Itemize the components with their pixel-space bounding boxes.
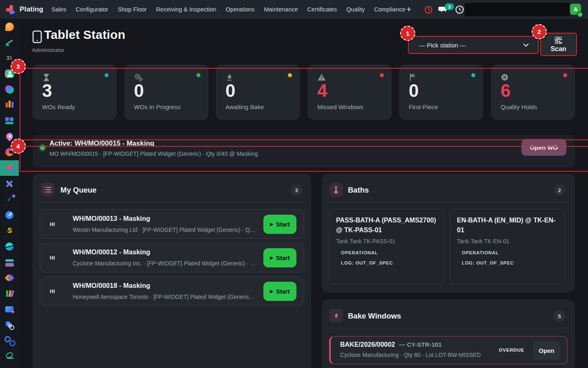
qr-code-icon	[555, 37, 562, 44]
status-dot	[196, 73, 200, 77]
bake-variant: — CY-STR-101	[399, 341, 441, 348]
queue-item-title: WH/MO/00012 - Masking	[73, 248, 150, 256]
nav-search-input[interactable]	[465, 3, 570, 16]
sidebar-app-manufacturing-icon[interactable]	[0, 270, 19, 285]
kpi-value: 0	[409, 81, 419, 101]
kpi-label: Awaiting Bake	[225, 103, 264, 110]
scan-button[interactable]: Scan	[540, 33, 577, 56]
start-button[interactable]: ▶Start	[263, 282, 296, 301]
messages-badge: 3	[445, 3, 454, 10]
divider	[39, 202, 305, 202]
activities-clock-icon[interactable]	[455, 0, 464, 19]
queue-item-wo-00012[interactable]: HI WH/MO/00012 - Masking Cyclone Manufac…	[40, 243, 304, 272]
active-status-dot	[38, 144, 47, 152]
bath-tank: Tank Tank TK-PASS-01	[336, 238, 437, 245]
chevron-down-icon	[523, 43, 529, 47]
kpi-label: Missed Windows	[317, 103, 363, 110]
bake-windows-panel: Bake Windows 5 BAKE/2026/00002— CY-STR-1…	[322, 300, 575, 368]
start-button[interactable]: ▶Start	[263, 248, 296, 267]
bake-panel-title: Bake Windows	[348, 312, 401, 321]
nav-item-sales[interactable]: Sales	[51, 6, 66, 13]
sidebar-app-analytics-icon[interactable]	[0, 97, 19, 113]
nav-item-configurator[interactable]: Configurator	[76, 6, 108, 13]
sidebar-app-maintenance-icon[interactable]	[0, 333, 19, 348]
baths-panel-title: Baths	[348, 186, 369, 195]
sidebar-app-sales-icon[interactable]: S	[0, 223, 19, 238]
queue-item-wo-00013[interactable]: HI WH/MO/00013 - Masking Westin Manufact…	[40, 209, 304, 239]
kpi-card-quality-holds: 6 Quality Holds	[491, 65, 575, 120]
active-wo-banner: Active: WH/MO/00015 - Masking MO WH/MO/0…	[33, 135, 575, 168]
play-icon: ▶	[270, 289, 273, 294]
sidebar-app-expenses-icon[interactable]	[0, 176, 19, 191]
sidebar-app-crm-icon[interactable]	[0, 82, 19, 97]
kpi-card-wos-ready: 3 WOs Ready	[33, 65, 116, 120]
status-dot	[563, 73, 567, 77]
station-picker-select[interactable]: — Pick station —	[408, 36, 539, 54]
open-bake-button[interactable]: Open	[533, 341, 560, 360]
status-dot	[288, 73, 292, 77]
overdue-badge: OVERDUE	[499, 348, 524, 352]
sidebar-app-presentation-icon[interactable]	[0, 301, 19, 317]
sidebar-app-quality-icon[interactable]	[0, 317, 19, 332]
sidebar-app-purchase-icon[interactable]	[0, 254, 19, 270]
warning-icon	[317, 73, 326, 81]
baths-count-badge: 2	[554, 184, 565, 196]
bake-row-overdue[interactable]: BAKE/2026/00002— CY-STR-101 Cyclone Manu…	[329, 336, 568, 364]
queue-item-title: WH/MO/00018 - Masking	[73, 282, 150, 289]
app-home[interactable]: Plating	[5, 4, 43, 15]
bath-log: LOG: OUT_OF_SPEC	[462, 260, 558, 265]
kpi-card-wos-in-progress: 0 WOs In Progress	[125, 65, 208, 120]
sidebar-app-more-icon[interactable]	[0, 364, 19, 368]
sidebar-app-knowledge-icon[interactable]	[0, 286, 19, 301]
priority-badge: HI	[50, 222, 55, 227]
bath-log: LOG: OUT_OF_SPEC	[341, 260, 437, 265]
add-menu-icon[interactable]: +	[406, 0, 411, 19]
sidebar-app-inventory-icon[interactable]	[0, 238, 19, 254]
sidebar-app-apps-icon[interactable]	[0, 113, 19, 128]
sidebar-app-discuss-icon[interactable]	[0, 19, 19, 34]
kpi-card-first-piece: 0 First-Piece	[399, 65, 483, 120]
kpi-label: First-Piece	[409, 103, 438, 110]
divider	[328, 328, 568, 328]
annotation-marker-1: 1	[400, 26, 415, 41]
priority-badge: HI	[50, 289, 55, 294]
sidebar-app-sign-icon[interactable]	[0, 348, 19, 364]
start-button[interactable]: ▶Start	[263, 215, 296, 234]
queue-item-subtitle: Honeywell Aerospace Toronto · [FP-WIDGET…	[73, 294, 255, 300]
bath-status: OPERATIONAL	[341, 250, 437, 255]
top-navbar: Plating Sales Configurator Shop Floor Re…	[0, 0, 588, 19]
nav-item-compliance[interactable]: Compliance	[374, 6, 405, 13]
station-picker-value: — Pick station —	[419, 42, 466, 49]
nav-item-maintenance[interactable]: Maintenance	[264, 6, 298, 13]
open-wo-button[interactable]: Open WO	[521, 139, 566, 156]
status-dot	[380, 73, 384, 77]
tablet-station-screen: Plating Sales Configurator Shop Floor Re…	[0, 0, 588, 368]
bath-title: PASS-BATH-A (PASS_AMS2700) @ TK-PASS-01	[336, 215, 437, 235]
bake-subtitle: Cyclone Manufacturing · Qty 80 · Lot LOT…	[340, 352, 481, 358]
sidebar-app-timesheets-icon[interactable]	[0, 207, 19, 223]
bath-title: EN-BATH-A (EN_MID) @ TK-EN-01	[457, 215, 558, 235]
sidebar-app-plating-icon[interactable]	[0, 160, 19, 176]
queue-count-badge: 3	[291, 184, 302, 196]
my-queue-panel: My Queue 3 HI WH/MO/00013 - Masking West…	[33, 174, 311, 368]
sidebar-app-todo-icon[interactable]	[0, 34, 19, 50]
nav-item-operations[interactable]: Operations	[226, 6, 255, 13]
nav-menu: Sales Configurator Shop Floor Receiving …	[51, 6, 405, 13]
bath-tank: Tank Tank TK-EN-01	[457, 238, 558, 245]
kpi-value: 4	[317, 81, 327, 101]
queue-item-subtitle: Cyclone Manufacturing Inc. · [FP-WIDGET]…	[73, 260, 256, 267]
sidebar-app-project-icon[interactable]: ✓	[0, 191, 19, 207]
bath-card-pass-bath-a[interactable]: PASS-BATH-A (PASS_AMS2700) @ TK-PASS-01 …	[329, 209, 444, 284]
messages-icon[interactable]: 3	[437, 0, 448, 19]
nav-item-receiving-inspection[interactable]: Receiving & Inspection	[156, 6, 216, 13]
kpi-label: Quality Holds	[501, 103, 537, 110]
nav-item-quality[interactable]: Quality	[346, 6, 365, 13]
tablet-icon	[32, 30, 42, 43]
bake-count-badge: 5	[554, 310, 565, 322]
status-dot	[471, 73, 475, 77]
nav-item-shop-floor[interactable]: Shop Floor	[118, 6, 147, 13]
queue-item-wo-00018[interactable]: HI WH/MO/00018 - Masking Honeywell Aeros…	[40, 276, 304, 306]
timesheet-timer-icon[interactable]	[424, 0, 433, 19]
nav-item-certificates[interactable]: Certificates	[307, 6, 337, 13]
bath-card-en-bath-a[interactable]: EN-BATH-A (EN_MID) @ TK-EN-01 Tank Tank …	[450, 209, 565, 284]
